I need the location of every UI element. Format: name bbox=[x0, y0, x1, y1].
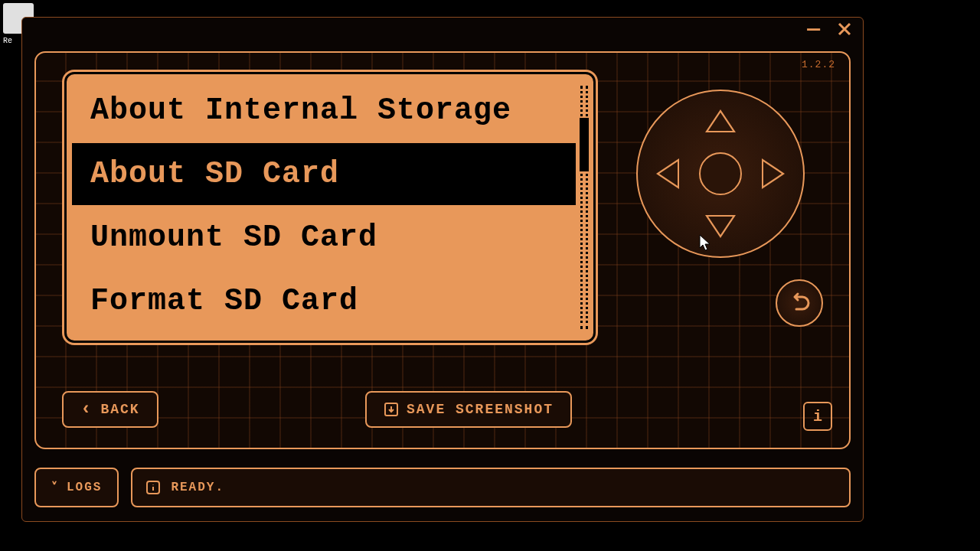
status-bar: READY. bbox=[131, 468, 851, 507]
info-button[interactable]: i bbox=[803, 402, 832, 431]
menu-list: About Internal Storage About SD Card Unm… bbox=[62, 70, 598, 345]
menu-item-unmount-sd-card[interactable]: Unmount SD Card bbox=[72, 207, 576, 269]
back-button-label: BACK bbox=[100, 402, 139, 417]
menu-item-format-sd-card[interactable]: Format SD Card bbox=[72, 270, 576, 332]
info-icon: i bbox=[813, 408, 822, 425]
app-window: — 1.2.2 About Internal Storage About SD … bbox=[21, 17, 864, 522]
dpad-down-button[interactable] bbox=[705, 215, 736, 238]
status-text: READY. bbox=[171, 481, 224, 494]
return-icon bbox=[787, 291, 812, 315]
chevron-down-icon: ˅ bbox=[51, 480, 59, 495]
main-panel: 1.2.2 About Internal Storage About SD Ca… bbox=[34, 51, 851, 449]
logs-button[interactable]: ˅ LOGS bbox=[34, 468, 119, 507]
save-screenshot-label: SAVE SCREENSHOT bbox=[407, 402, 554, 417]
dpad-right-button[interactable] bbox=[762, 158, 785, 189]
info-icon bbox=[146, 481, 160, 494]
logs-button-label: LOGS bbox=[67, 481, 102, 494]
save-icon bbox=[384, 402, 399, 417]
back-button[interactable]: ‹ BACK bbox=[62, 391, 158, 428]
version-label: 1.2.2 bbox=[802, 59, 835, 70]
menu-item-about-sd-card[interactable]: About SD Card bbox=[72, 143, 576, 205]
titlebar: — bbox=[22, 18, 863, 45]
scrollbar-thumb[interactable] bbox=[580, 118, 589, 171]
menu-item-about-internal-storage[interactable]: About Internal Storage bbox=[72, 80, 576, 142]
bottom-bar: ˅ LOGS READY. bbox=[34, 468, 851, 507]
dpad-center-button[interactable] bbox=[699, 152, 742, 195]
close-button[interactable] bbox=[837, 21, 852, 42]
save-screenshot-button[interactable]: SAVE SCREENSHOT bbox=[365, 391, 572, 428]
dpad-up-button[interactable] bbox=[705, 109, 736, 132]
dpad bbox=[636, 90, 805, 258]
close-icon bbox=[837, 21, 852, 37]
dpad-left-button[interactable] bbox=[656, 158, 679, 189]
return-button[interactable] bbox=[776, 279, 823, 327]
